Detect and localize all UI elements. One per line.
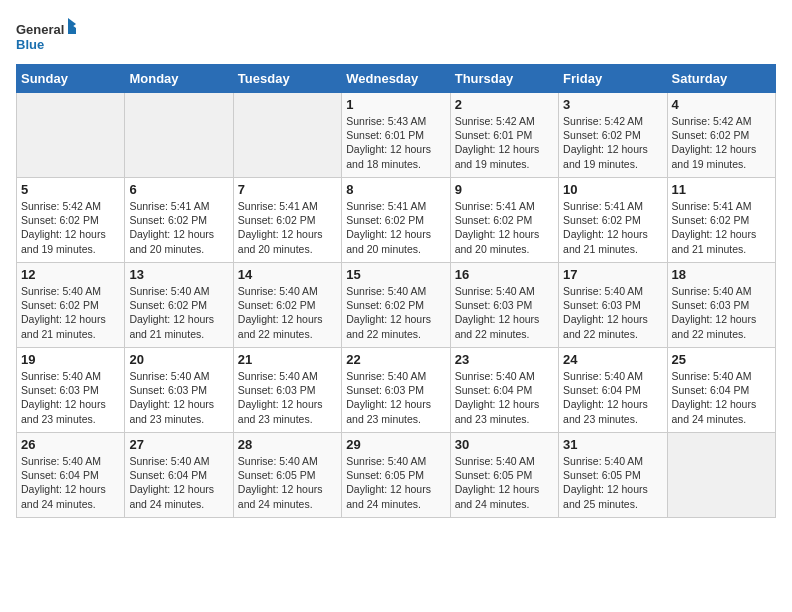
calendar-cell: 20Sunrise: 5:40 AM Sunset: 6:03 PM Dayli… [125,348,233,433]
day-info: Sunrise: 5:40 AM Sunset: 6:03 PM Dayligh… [346,369,445,426]
day-info: Sunrise: 5:41 AM Sunset: 6:02 PM Dayligh… [563,199,662,256]
day-number: 2 [455,97,554,112]
day-number: 13 [129,267,228,282]
calendar-header: SundayMondayTuesdayWednesdayThursdayFrid… [17,65,776,93]
day-number: 29 [346,437,445,452]
day-info: Sunrise: 5:41 AM Sunset: 6:02 PM Dayligh… [672,199,771,256]
day-info: Sunrise: 5:40 AM Sunset: 6:03 PM Dayligh… [563,284,662,341]
day-info: Sunrise: 5:40 AM Sunset: 6:05 PM Dayligh… [238,454,337,511]
calendar-cell [125,93,233,178]
day-number: 3 [563,97,662,112]
calendar-cell: 1Sunrise: 5:43 AM Sunset: 6:01 PM Daylig… [342,93,450,178]
day-info: Sunrise: 5:40 AM Sunset: 6:03 PM Dayligh… [455,284,554,341]
day-info: Sunrise: 5:40 AM Sunset: 6:02 PM Dayligh… [238,284,337,341]
day-number: 16 [455,267,554,282]
day-number: 7 [238,182,337,197]
week-row-5: 26Sunrise: 5:40 AM Sunset: 6:04 PM Dayli… [17,433,776,518]
day-number: 18 [672,267,771,282]
calendar-cell: 31Sunrise: 5:40 AM Sunset: 6:05 PM Dayli… [559,433,667,518]
calendar-cell: 14Sunrise: 5:40 AM Sunset: 6:02 PM Dayli… [233,263,341,348]
calendar-cell: 18Sunrise: 5:40 AM Sunset: 6:03 PM Dayli… [667,263,775,348]
calendar-cell: 30Sunrise: 5:40 AM Sunset: 6:05 PM Dayli… [450,433,558,518]
day-number: 8 [346,182,445,197]
day-number: 11 [672,182,771,197]
day-info: Sunrise: 5:40 AM Sunset: 6:03 PM Dayligh… [238,369,337,426]
day-info: Sunrise: 5:41 AM Sunset: 6:02 PM Dayligh… [455,199,554,256]
calendar-cell: 16Sunrise: 5:40 AM Sunset: 6:03 PM Dayli… [450,263,558,348]
calendar-cell: 21Sunrise: 5:40 AM Sunset: 6:03 PM Dayli… [233,348,341,433]
day-info: Sunrise: 5:40 AM Sunset: 6:03 PM Dayligh… [21,369,120,426]
calendar-cell: 17Sunrise: 5:40 AM Sunset: 6:03 PM Dayli… [559,263,667,348]
svg-text:Blue: Blue [16,37,44,52]
day-info: Sunrise: 5:42 AM Sunset: 6:01 PM Dayligh… [455,114,554,171]
header: General Blue [16,16,776,56]
day-info: Sunrise: 5:40 AM Sunset: 6:04 PM Dayligh… [563,369,662,426]
day-info: Sunrise: 5:40 AM Sunset: 6:04 PM Dayligh… [455,369,554,426]
day-number: 25 [672,352,771,367]
day-info: Sunrise: 5:40 AM Sunset: 6:02 PM Dayligh… [346,284,445,341]
calendar-cell: 6Sunrise: 5:41 AM Sunset: 6:02 PM Daylig… [125,178,233,263]
calendar-cell: 19Sunrise: 5:40 AM Sunset: 6:03 PM Dayli… [17,348,125,433]
day-header-wednesday: Wednesday [342,65,450,93]
calendar-cell: 7Sunrise: 5:41 AM Sunset: 6:02 PM Daylig… [233,178,341,263]
day-number: 24 [563,352,662,367]
logo: General Blue [16,16,76,56]
day-number: 17 [563,267,662,282]
day-header-thursday: Thursday [450,65,558,93]
day-info: Sunrise: 5:40 AM Sunset: 6:04 PM Dayligh… [672,369,771,426]
calendar-cell: 9Sunrise: 5:41 AM Sunset: 6:02 PM Daylig… [450,178,558,263]
calendar-table: SundayMondayTuesdayWednesdayThursdayFrid… [16,64,776,518]
calendar-cell: 26Sunrise: 5:40 AM Sunset: 6:04 PM Dayli… [17,433,125,518]
calendar-body: 1Sunrise: 5:43 AM Sunset: 6:01 PM Daylig… [17,93,776,518]
day-number: 28 [238,437,337,452]
calendar-cell: 25Sunrise: 5:40 AM Sunset: 6:04 PM Dayli… [667,348,775,433]
day-info: Sunrise: 5:40 AM Sunset: 6:04 PM Dayligh… [21,454,120,511]
calendar-cell: 22Sunrise: 5:40 AM Sunset: 6:03 PM Dayli… [342,348,450,433]
day-number: 12 [21,267,120,282]
day-info: Sunrise: 5:40 AM Sunset: 6:05 PM Dayligh… [346,454,445,511]
day-info: Sunrise: 5:42 AM Sunset: 6:02 PM Dayligh… [21,199,120,256]
day-info: Sunrise: 5:42 AM Sunset: 6:02 PM Dayligh… [563,114,662,171]
calendar-cell: 8Sunrise: 5:41 AM Sunset: 6:02 PM Daylig… [342,178,450,263]
calendar-cell: 15Sunrise: 5:40 AM Sunset: 6:02 PM Dayli… [342,263,450,348]
logo-svg: General Blue [16,16,76,56]
day-number: 9 [455,182,554,197]
day-info: Sunrise: 5:43 AM Sunset: 6:01 PM Dayligh… [346,114,445,171]
calendar-cell [667,433,775,518]
day-info: Sunrise: 5:40 AM Sunset: 6:03 PM Dayligh… [672,284,771,341]
day-header-monday: Monday [125,65,233,93]
day-info: Sunrise: 5:41 AM Sunset: 6:02 PM Dayligh… [129,199,228,256]
calendar-cell: 10Sunrise: 5:41 AM Sunset: 6:02 PM Dayli… [559,178,667,263]
day-number: 19 [21,352,120,367]
day-info: Sunrise: 5:41 AM Sunset: 6:02 PM Dayligh… [346,199,445,256]
day-number: 20 [129,352,228,367]
day-number: 26 [21,437,120,452]
calendar-cell: 11Sunrise: 5:41 AM Sunset: 6:02 PM Dayli… [667,178,775,263]
calendar-cell: 29Sunrise: 5:40 AM Sunset: 6:05 PM Dayli… [342,433,450,518]
day-info: Sunrise: 5:40 AM Sunset: 6:05 PM Dayligh… [563,454,662,511]
day-number: 30 [455,437,554,452]
day-header-saturday: Saturday [667,65,775,93]
day-header-sunday: Sunday [17,65,125,93]
calendar-cell: 5Sunrise: 5:42 AM Sunset: 6:02 PM Daylig… [17,178,125,263]
day-number: 5 [21,182,120,197]
week-row-2: 5Sunrise: 5:42 AM Sunset: 6:02 PM Daylig… [17,178,776,263]
calendar-cell: 13Sunrise: 5:40 AM Sunset: 6:02 PM Dayli… [125,263,233,348]
calendar-cell: 3Sunrise: 5:42 AM Sunset: 6:02 PM Daylig… [559,93,667,178]
calendar-cell [233,93,341,178]
day-number: 23 [455,352,554,367]
calendar-cell: 27Sunrise: 5:40 AM Sunset: 6:04 PM Dayli… [125,433,233,518]
calendar-cell: 12Sunrise: 5:40 AM Sunset: 6:02 PM Dayli… [17,263,125,348]
day-info: Sunrise: 5:41 AM Sunset: 6:02 PM Dayligh… [238,199,337,256]
day-info: Sunrise: 5:40 AM Sunset: 6:02 PM Dayligh… [129,284,228,341]
calendar-cell: 23Sunrise: 5:40 AM Sunset: 6:04 PM Dayli… [450,348,558,433]
day-info: Sunrise: 5:40 AM Sunset: 6:04 PM Dayligh… [129,454,228,511]
calendar-cell: 24Sunrise: 5:40 AM Sunset: 6:04 PM Dayli… [559,348,667,433]
week-row-3: 12Sunrise: 5:40 AM Sunset: 6:02 PM Dayli… [17,263,776,348]
day-number: 10 [563,182,662,197]
day-number: 6 [129,182,228,197]
day-header-friday: Friday [559,65,667,93]
day-info: Sunrise: 5:40 AM Sunset: 6:02 PM Dayligh… [21,284,120,341]
calendar-cell: 2Sunrise: 5:42 AM Sunset: 6:01 PM Daylig… [450,93,558,178]
week-row-4: 19Sunrise: 5:40 AM Sunset: 6:03 PM Dayli… [17,348,776,433]
